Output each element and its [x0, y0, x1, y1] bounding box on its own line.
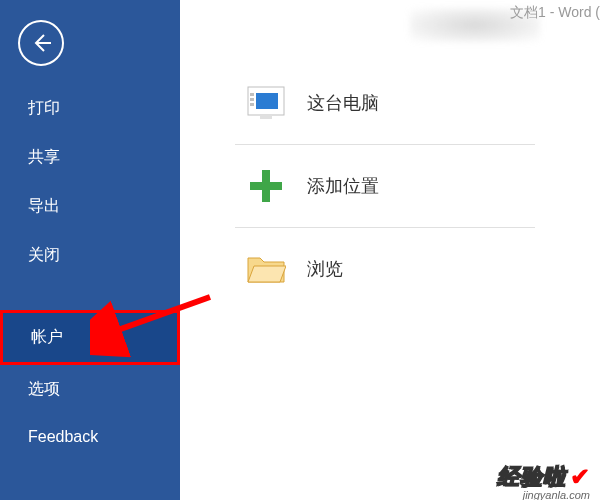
svg-rect-3 [250, 93, 254, 96]
location-label: 添加位置 [307, 174, 379, 198]
svg-rect-2 [256, 93, 278, 109]
back-button[interactable] [18, 20, 64, 66]
sidebar-item-feedback[interactable]: Feedback [0, 414, 180, 460]
svg-rect-5 [250, 103, 254, 106]
sidebar-item-label: 帐户 [31, 328, 63, 345]
sidebar-item-account[interactable]: 帐户 [0, 310, 180, 365]
backstage-sidebar: 打印 共享 导出 关闭 帐户 选项 Feedback [0, 0, 180, 500]
sidebar-item-close[interactable]: 关闭 [0, 231, 180, 280]
folder-icon [245, 248, 287, 290]
svg-rect-6 [260, 115, 272, 119]
location-browse[interactable]: 浏览 [235, 234, 535, 304]
check-icon: ✔ [570, 463, 590, 491]
divider [235, 144, 535, 145]
sidebar-item-label: 导出 [28, 197, 60, 214]
sidebar-item-label: Feedback [28, 428, 98, 445]
this-pc-icon [245, 82, 287, 124]
window-title-text: 文档1 - Word ( [510, 4, 600, 20]
sidebar-item-options[interactable]: 选项 [0, 365, 180, 414]
location-label: 这台电脑 [307, 91, 379, 115]
svg-rect-8 [250, 182, 282, 190]
location-add-place[interactable]: 添加位置 [235, 151, 535, 221]
location-list: 这台电脑 添加位置 浏览 [235, 68, 535, 304]
arrow-left-icon [29, 31, 53, 55]
window-title: 文档1 - Word ( [180, 0, 600, 30]
watermark: 经验啦 ✔ [497, 462, 590, 492]
sidebar-item-export[interactable]: 导出 [0, 182, 180, 231]
location-label: 浏览 [307, 257, 343, 281]
sidebar-item-label: 关闭 [28, 246, 60, 263]
divider [235, 227, 535, 228]
main-panel: 文档1 - Word ( 这台电脑 [180, 0, 600, 500]
sidebar-item-share[interactable]: 共享 [0, 133, 180, 182]
watermark-url: jingyanla.com [523, 489, 590, 500]
location-this-pc[interactable]: 这台电脑 [235, 68, 535, 138]
sidebar-item-print[interactable]: 打印 [0, 84, 180, 133]
sidebar-item-label: 选项 [28, 380, 60, 397]
sidebar-item-label: 共享 [28, 148, 60, 165]
sidebar-item-label: 打印 [28, 99, 60, 116]
svg-rect-4 [250, 98, 254, 101]
plus-icon [245, 165, 287, 207]
watermark-text: 经验啦 [497, 462, 566, 492]
sidebar-gap [0, 280, 180, 310]
